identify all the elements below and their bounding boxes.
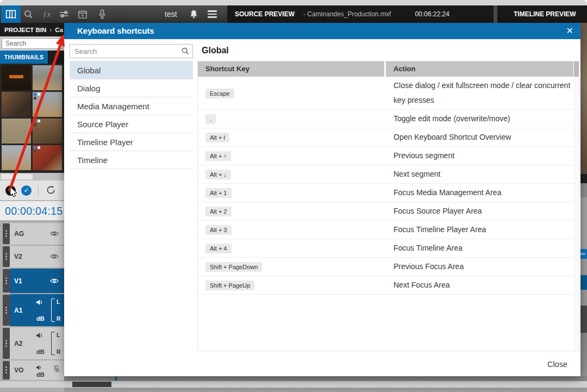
- clip-thumbnail[interactable]: [33, 92, 62, 117]
- voiceover-mic-icon[interactable]: [53, 365, 60, 376]
- effects-icon[interactable]: ƒx: [40, 5, 53, 23]
- channel-left-label: L: [57, 332, 60, 338]
- table-scrollbar-track[interactable]: [574, 77, 579, 351]
- key-badge: Alt + ↑: [205, 151, 231, 161]
- user-label[interactable]: test: [165, 5, 177, 23]
- action-cell: Focus Timeline Area: [384, 239, 579, 257]
- key-badge: Escape: [205, 89, 234, 98]
- track-drag-handle[interactable]: [3, 328, 10, 359]
- search-icon[interactable]: [22, 5, 35, 23]
- channel-right-label: R: [57, 349, 61, 355]
- shortcut-search-box: [70, 44, 193, 58]
- app-toolbar: ƒx test: [0, 5, 227, 23]
- project-bin-title[interactable]: PROJECT BIN: [4, 27, 46, 33]
- close-icon[interactable]: ✕: [566, 23, 573, 39]
- track-header-v1[interactable]: V1: [0, 269, 64, 293]
- shortcut-key-cell: Alt + ↑: [198, 151, 384, 161]
- info-button[interactable]: i: [5, 185, 16, 196]
- column-header-shortcut-key: Shortcut Key: [198, 61, 384, 77]
- track-header-a2[interactable]: A2 dB L R: [0, 327, 64, 359]
- waveform-edge: [580, 306, 587, 333]
- clip-thumbnail[interactable]: [2, 119, 31, 144]
- track-drag-handle[interactable]: [3, 223, 10, 244]
- preview-header-bar: SOURCE PREVIEW - Caminandes_Production.m…: [227, 5, 587, 23]
- table-row: Alt + ↑ Previous segment: [198, 147, 579, 165]
- bin-horizontal-scrollbar[interactable]: [0, 173, 64, 181]
- clip-thumbnail[interactable]: [2, 92, 31, 117]
- track-drag-handle[interactable]: [3, 269, 10, 293]
- category-item[interactable]: Global: [70, 61, 193, 79]
- action-cell: Focus Source Player Area: [384, 202, 579, 220]
- settings-sliders-icon[interactable]: [58, 5, 71, 23]
- track-speaker-icon[interactable]: [36, 331, 43, 341]
- channel-bracket: [51, 332, 55, 355]
- table-row: Escape Close dialog / exit fullscreen mo…: [198, 77, 579, 110]
- category-item[interactable]: Timeline Player: [70, 133, 193, 151]
- track-header-ag[interactable]: AG: [0, 223, 64, 245]
- track-visibility-eye-icon[interactable]: [50, 229, 59, 239]
- category-item[interactable]: Timeline: [70, 151, 193, 169]
- timeline-preview-label: TIMELINE PREVIEW: [514, 10, 576, 18]
- scrollbar-thumb[interactable]: [72, 382, 111, 387]
- columns-icon: [5, 9, 16, 19]
- track-db-label[interactable]: dB: [36, 349, 45, 355]
- bin-search-input[interactable]: [2, 38, 63, 49]
- breadcrumb-chevron-icon: ›: [49, 26, 52, 34]
- clip-thumbnail[interactable]: [33, 145, 62, 170]
- app-screen: ƒx test: [0, 0, 587, 392]
- ingest-icon[interactable]: [76, 5, 89, 23]
- table-body: Escape Close dialog / exit fullscreen mo…: [198, 77, 579, 295]
- category-item[interactable]: Source Player: [70, 115, 193, 133]
- track-db-label[interactable]: dB: [36, 315, 45, 322]
- category-item[interactable]: Dialog: [70, 79, 193, 97]
- track-db-label[interactable]: dB: [36, 371, 45, 378]
- key-badge: Alt + 4: [205, 244, 232, 253]
- clip-thumbnail[interactable]: [2, 145, 31, 170]
- track-visibility-eye-icon[interactable]: [50, 276, 59, 286]
- media-library-button[interactable]: [1, 5, 21, 23]
- track-speaker-icon[interactable]: [36, 298, 43, 308]
- track-visibility-eye-icon[interactable]: [50, 252, 59, 262]
- timeline-horizontal-scrollbar[interactable]: [0, 381, 587, 388]
- key-badge: Alt + 2: [205, 207, 232, 216]
- table-scrollbar-thumb[interactable]: [574, 61, 579, 77]
- shortcut-key-cell: Alt + 3: [198, 225, 384, 235]
- shortcut-key-cell: Shift + PageDown: [198, 262, 384, 272]
- track-label: A2: [14, 340, 22, 347]
- table-row: Alt + 4 Focus Timeline Area: [198, 239, 579, 258]
- track-header-a1[interactable]: A1 dB L R: [0, 294, 64, 326]
- close-button[interactable]: Close: [547, 360, 567, 369]
- key-badge: Alt + 3: [205, 225, 232, 235]
- microphone-icon[interactable]: [96, 5, 109, 23]
- track-label: AG: [14, 230, 24, 238]
- action-cell: Previous segment: [384, 147, 579, 165]
- clip-thumbnail[interactable]: [33, 119, 62, 144]
- track-header-v2[interactable]: V2: [0, 246, 64, 267]
- clip-thumbnail[interactable]: [2, 65, 31, 90]
- section-title: Global: [202, 46, 229, 55]
- table-header: Shortcut Key Action: [198, 61, 579, 77]
- track-drag-handle[interactable]: [3, 246, 10, 267]
- shortcut-key-cell: Alt + 4: [198, 243, 384, 253]
- dialog-header: Keyboard shortcuts ✕: [64, 23, 580, 39]
- main-menu-icon[interactable]: [208, 10, 217, 20]
- table-row: Alt + I Open Keyboard Shortcut Overview: [198, 128, 579, 147]
- timeline-clip-edge: du: [580, 249, 587, 259]
- timeline-playhead-tick: [115, 377, 117, 381]
- track-label: V1: [14, 277, 22, 285]
- track-drag-handle[interactable]: [3, 295, 10, 326]
- notifications-bell-icon[interactable]: [187, 5, 200, 23]
- tab-thumbnails[interactable]: THUMBNAILS: [0, 51, 48, 64]
- accept-button[interactable]: ✓: [21, 185, 32, 196]
- shortcut-search-input[interactable]: [70, 45, 192, 58]
- clip-thumbnail[interactable]: [33, 65, 62, 90]
- track-header-vo[interactable]: VO dB: [0, 360, 64, 380]
- shortcut-table: Shortcut Key Action Escape Close dialog …: [197, 61, 579, 351]
- track-drag-handle[interactable]: [3, 361, 10, 379]
- monitor-toolbar: i ✓: [0, 181, 64, 201]
- refresh-icon[interactable]: [46, 185, 56, 197]
- toolbar-divider: [38, 185, 39, 196]
- breadcrumb-folder[interactable]: Ca: [55, 27, 63, 33]
- category-item[interactable]: Media Management: [70, 97, 193, 115]
- action-cell: Toggle edit mode (overwrite/move): [384, 110, 579, 128]
